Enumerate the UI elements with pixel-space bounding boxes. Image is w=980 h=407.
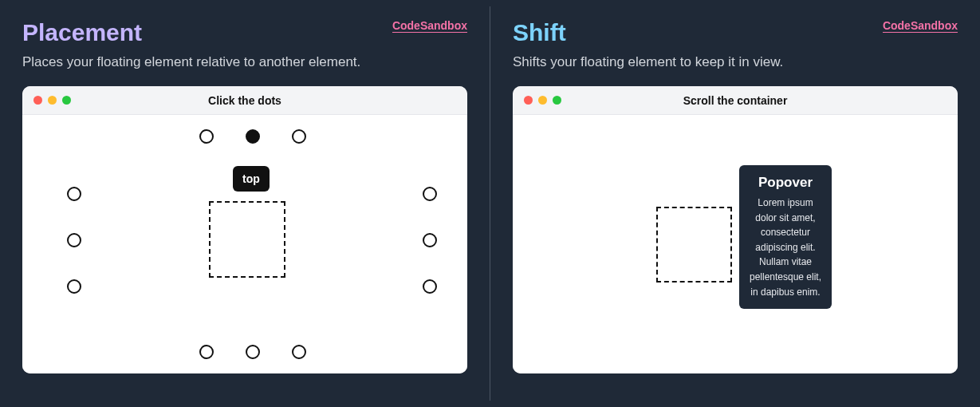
section-title-placement: Placement — [22, 19, 142, 46]
traffic-light-close-icon — [524, 96, 533, 105]
window-titlebar: Click the dots — [22, 86, 467, 115]
placement-dot-top[interactable] — [246, 129, 260, 144]
header-row: Placement CodeSandbox — [22, 19, 467, 54]
traffic-lights — [33, 96, 71, 105]
placement-dot-bottom-start[interactable] — [199, 345, 214, 359]
reference-element — [209, 201, 285, 278]
demo-window-placement: Click the dots top — [22, 86, 467, 373]
window-title-placement: Click the dots — [22, 94, 467, 107]
window-titlebar: Scroll the container — [513, 86, 958, 115]
popover-title: Popover — [749, 175, 822, 191]
tooltip: top — [233, 166, 270, 192]
placement-dot-right-start[interactable] — [423, 187, 437, 201]
placement-dot-top-start[interactable] — [199, 129, 214, 144]
popover-body: Lorem ipsum dolor sit amet, consectetur … — [749, 196, 822, 299]
placement-dot-top-end[interactable] — [292, 129, 306, 144]
scroll-container[interactable]: Popover Lorem ipsum dolor sit amet, cons… — [513, 115, 958, 373]
header-row: Shift CodeSandbox — [513, 19, 958, 54]
codesandbox-link-placement[interactable]: CodeSandbox — [392, 19, 467, 33]
panel-placement: Placement CodeSandbox Places your floati… — [0, 0, 490, 407]
traffic-light-zoom-icon — [553, 96, 561, 105]
section-title-shift: Shift — [513, 19, 566, 46]
traffic-light-close-icon — [33, 96, 42, 105]
placement-dot-left[interactable] — [67, 233, 81, 247]
demo-window-shift: Scroll the container Popover Lorem ipsum… — [513, 86, 958, 373]
traffic-light-minimize-icon — [48, 96, 57, 105]
panel-shift: Shift CodeSandbox Shifts your floating e… — [490, 0, 980, 407]
scroll-content: Popover Lorem ipsum dolor sit amet, cons… — [513, 115, 958, 373]
placement-dot-right-end[interactable] — [423, 279, 437, 294]
placement-dot-bottom-end[interactable] — [292, 345, 306, 359]
window-title-shift: Scroll the container — [513, 94, 958, 107]
section-description-shift: Shifts your floating element to keep it … — [513, 54, 958, 70]
placement-dot-right[interactable] — [423, 233, 437, 247]
popover: Popover Lorem ipsum dolor sit amet, cons… — [739, 165, 832, 309]
traffic-lights — [524, 96, 561, 105]
traffic-light-zoom-icon — [62, 96, 71, 105]
window-body-shift: Popover Lorem ipsum dolor sit amet, cons… — [513, 115, 958, 373]
window-body-placement: top — [22, 115, 467, 373]
placement-dot-bottom[interactable] — [246, 345, 260, 359]
traffic-light-minimize-icon — [538, 96, 547, 105]
placement-dot-left-end[interactable] — [67, 279, 81, 294]
section-description-placement: Places your floating element relative to… — [22, 54, 467, 70]
codesandbox-link-shift[interactable]: CodeSandbox — [883, 19, 958, 33]
reference-element — [656, 207, 732, 283]
placement-dot-left-start[interactable] — [67, 187, 81, 201]
